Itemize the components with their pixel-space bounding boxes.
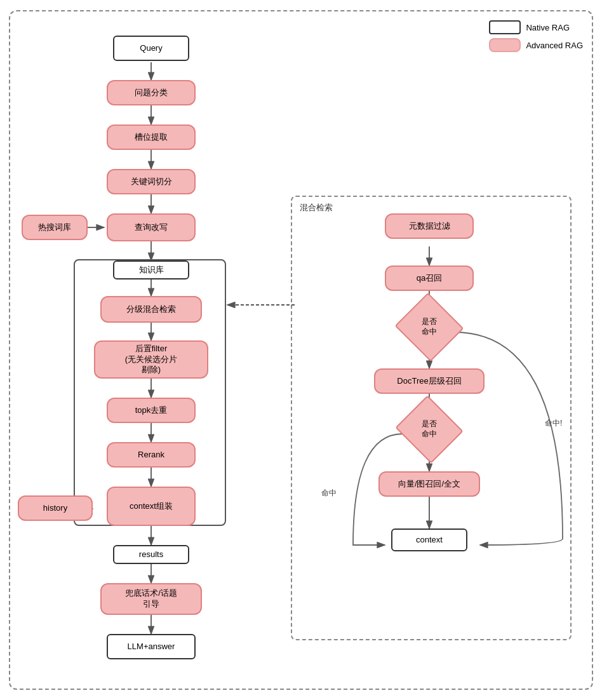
- legend-advanced-label: Advanced RAG: [526, 41, 583, 50]
- knowledge-base-node: 知识库: [113, 260, 189, 279]
- hit-check2-container: 是否 命中: [404, 407, 455, 452]
- legend: Native RAG Advanced RAG: [489, 20, 583, 52]
- history-node: history: [18, 495, 93, 521]
- hit-check1-container: 是否 命中: [404, 304, 455, 351]
- topk-dedup-node: topk去重: [107, 398, 196, 423]
- context-output-node: context: [391, 528, 467, 551]
- post-filter-node: 后置filter (无关候选分片 剔除): [94, 340, 208, 379]
- main-diagram: Native RAG Advanced RAG 混合检索: [9, 10, 593, 690]
- bottom-talk-node: 兜底话术/话题 引导: [100, 583, 202, 615]
- legend-advanced-box: [489, 38, 521, 52]
- llm-answer-node: LLM+answer: [107, 634, 196, 659]
- keyword-segment-node: 关键词切分: [107, 169, 196, 194]
- doctree-recall-node: DocTree层级召回: [374, 368, 485, 394]
- legend-native-box: [489, 20, 521, 34]
- vector-recall-node: 向量/图召回/全文: [378, 471, 480, 497]
- slot-extract-node: 槽位提取: [107, 125, 196, 150]
- hit-check1-label: 是否 命中: [422, 317, 437, 337]
- hit-label: 命中: [321, 488, 337, 499]
- rerank-node: Rerank: [107, 442, 196, 468]
- hit-label2: 命中!: [545, 418, 562, 429]
- hit-check2-label: 是否 命中: [422, 419, 437, 439]
- query-node: Query: [113, 36, 189, 61]
- legend-native-label: Native RAG: [526, 23, 570, 32]
- query-rewrite-node: 查询改写: [107, 213, 196, 241]
- hot-search-node: 热搜词库: [22, 215, 88, 240]
- hierarchical-search-node: 分级混合检索: [100, 296, 202, 323]
- legend-native: Native RAG: [489, 20, 583, 34]
- meta-filter-node: 元数据过滤: [385, 213, 474, 239]
- mixed-search-label: 混合检索: [300, 202, 333, 213]
- question-classify-node: 问题分类: [107, 80, 196, 105]
- legend-advanced: Advanced RAG: [489, 38, 583, 52]
- context-assemble-node: context组装: [107, 487, 196, 526]
- results-node: results: [113, 545, 189, 564]
- qa-recall-node: qa召回: [385, 266, 474, 291]
